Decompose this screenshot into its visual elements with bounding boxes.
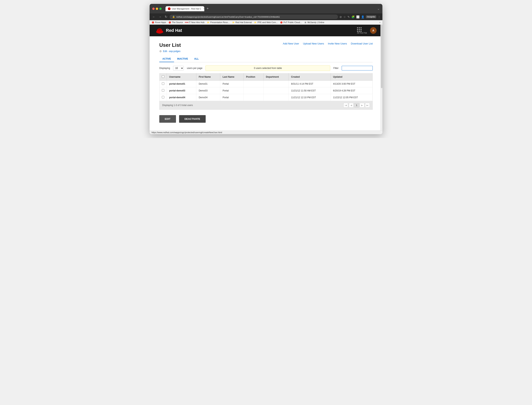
bookmark-red-hat-external-label: Red Hat External xyxy=(236,21,252,23)
department-cell xyxy=(264,87,289,94)
close-button[interactable] xyxy=(152,7,155,10)
per-page-label: users per page xyxy=(187,67,202,69)
row-checkbox[interactable] xyxy=(162,82,164,85)
bookmark-rover-apps-label: Rover Apps xyxy=(155,21,166,23)
created-header: Created xyxy=(289,73,331,81)
bookmark-pnt-public-label: PnT Public Cloud... xyxy=(283,21,302,23)
bookmark-icon[interactable]: ☆ xyxy=(343,15,346,19)
invite-new-users-link[interactable]: Invite New Users xyxy=(328,42,347,45)
active-browser-tab[interactable]: User Management - Red Hat C ✕ xyxy=(166,6,204,11)
edit-asp-judges-link[interactable]: Edit - asp-judges xyxy=(163,50,180,53)
username-cell[interactable]: portal-demo04 xyxy=(167,94,196,101)
status-url: https://www.redhat.com/wapps/ugc/protect… xyxy=(152,131,222,134)
bookmark-mcsandy[interactable]: ⊞ McSandy | Online xyxy=(304,21,324,24)
url-box[interactable]: 🔒 redhat.com/wapps/ugc/protected/usermgt… xyxy=(170,14,338,19)
created-cell: 11/21/12 12:10 PM EST xyxy=(289,94,331,101)
select-all-checkbox[interactable] xyxy=(162,75,164,78)
download-user-list-link[interactable]: Download User List xyxy=(351,42,373,45)
next-page-button[interactable]: ▶ xyxy=(360,103,364,108)
prev-page-button[interactable]: ◀ xyxy=(349,103,353,108)
last-page-button[interactable]: ▶| xyxy=(365,103,370,108)
main-content: User List Add New User Upload New Users … xyxy=(150,36,382,130)
browser-actions: ⊘ ☆ ✎ 🧩 ⬜ 👤 Incognito ⋮ xyxy=(339,15,380,19)
bookmark-pfe-web[interactable]: 📁 PFE and Web Com... xyxy=(254,21,278,24)
minimize-button[interactable] xyxy=(156,7,158,10)
selected-banner: 0 users selected from table xyxy=(206,65,330,71)
user-profile-btn[interactable]: 👤 xyxy=(361,15,364,19)
new-tab-button[interactable]: + xyxy=(205,6,210,12)
updated-cell: 6/20/19 4:28 PM EST xyxy=(331,87,372,94)
username-cell[interactable]: portal-demo01 xyxy=(167,81,196,87)
rh-logo-text: Red Hat xyxy=(166,28,182,33)
avatar-initials: A xyxy=(372,29,374,32)
bookmark-presentation-label: Presentation Reso... xyxy=(210,21,230,23)
filter-input[interactable] xyxy=(342,66,373,70)
window-minimize-icon[interactable]: ⌄ xyxy=(377,7,380,10)
folder-icon: 📁 xyxy=(254,21,257,24)
page-actions: Add New User Upload New Users Invite New… xyxy=(283,42,373,45)
bookmark-rover-apps[interactable]: 🔴 Rover Apps xyxy=(152,21,166,24)
first-name-cell: Demo03 xyxy=(196,87,220,94)
row-checkbox[interactable] xyxy=(162,89,164,92)
last-name-cell: Portal xyxy=(220,87,244,94)
user-avatar[interactable]: A xyxy=(370,27,377,34)
more-bookmarks-button[interactable]: » xyxy=(379,21,380,23)
row-checkbox[interactable] xyxy=(162,96,164,98)
maximize-button[interactable] xyxy=(159,7,162,10)
updated-cell: 11/22/12 12:05 PM EST xyxy=(331,94,372,101)
bookmark-red-hat-external[interactable]: 📁 Red Hat External xyxy=(232,21,252,24)
bookmark-the-source[interactable]: 🔴 The Source xyxy=(168,21,183,24)
page-title: User List xyxy=(159,42,181,48)
rh-header: Red Hat xyxy=(150,25,382,36)
table-row: portal-demo01 Demo01 Portal 8/31/11 4:14… xyxy=(160,81,373,87)
grid-icon: ⊞ xyxy=(304,21,307,24)
back-button[interactable]: ← xyxy=(152,15,156,19)
page-1-button[interactable]: 1 xyxy=(354,103,359,108)
tab-navigation: ACTIVE INACTIVE ALL xyxy=(159,56,373,62)
total-users-text: Displaying 1-3 of 3 total users xyxy=(162,104,193,107)
created-cell: 11/21/12 11:50 AM EST xyxy=(289,87,331,94)
bookmark-it-new-hire[interactable]: now IT New Hire Hub xyxy=(185,21,205,24)
department-cell xyxy=(264,94,289,101)
position-cell xyxy=(244,94,264,101)
table-row: portal-demo03 Demo03 Portal 11/21/12 11:… xyxy=(160,87,373,94)
rh-logo: Red Hat xyxy=(155,27,182,34)
cast-icon[interactable]: ⊘ xyxy=(339,15,342,19)
all-red-hat-button[interactable]: All Red Hat xyxy=(357,27,367,34)
per-page-select[interactable]: 10 25 50 100 xyxy=(173,66,184,70)
edit-button[interactable]: EDIT xyxy=(159,115,176,123)
folder-icon: 📁 xyxy=(207,21,210,24)
address-bar: ← → ↻ 🔒 redhat.com/wapps/ugc/protected/u… xyxy=(150,14,382,20)
tab-all[interactable]: ALL xyxy=(191,56,202,62)
deactivate-button[interactable]: DEACTIVATE xyxy=(179,115,206,123)
tab-title: User Management - Red Hat C xyxy=(172,7,201,10)
folder-icon: 📁 xyxy=(232,21,235,24)
now-icon: now xyxy=(185,21,188,24)
tab-close-button[interactable]: ✕ xyxy=(203,7,204,10)
redhat-logo-icon xyxy=(155,27,164,34)
forward-button[interactable]: → xyxy=(158,15,162,19)
position-cell xyxy=(244,81,264,87)
username-cell[interactable]: portal-demo03 xyxy=(167,87,196,94)
add-new-user-link[interactable]: Add New User xyxy=(283,42,299,45)
first-page-button[interactable]: |◀ xyxy=(343,103,348,108)
position-header: Position xyxy=(244,73,264,81)
bookmark-presentation[interactable]: 📁 Presentation Reso... xyxy=(207,21,230,24)
user-table: Username First Name Last Name Position D… xyxy=(159,73,373,101)
profile-icon[interactable]: ⬜ xyxy=(356,15,359,19)
first-name-header: First Name xyxy=(196,73,220,81)
tab-active[interactable]: ACTIVE xyxy=(159,56,174,62)
edit-icon[interactable]: ✎ xyxy=(347,15,350,19)
traffic-lights xyxy=(152,7,162,10)
upload-new-users-link[interactable]: Upload New Users xyxy=(303,42,324,45)
incognito-badge: Incognito xyxy=(366,15,376,18)
reload-button[interactable]: ↻ xyxy=(164,14,168,19)
first-name-cell: Demo04 xyxy=(196,94,220,101)
bookmark-pnt-public[interactable]: 🔴 PnT Public Cloud... xyxy=(280,21,302,24)
bookmark-pfe-web-label: PFE and Web Com... xyxy=(258,21,278,23)
tab-inactive[interactable]: INACTIVE xyxy=(174,56,191,62)
scrollbar[interactable] xyxy=(380,25,382,130)
last-name-header: Last Name xyxy=(220,73,244,81)
extensions-icon[interactable]: 🧩 xyxy=(351,15,355,19)
menu-button[interactable]: ⋮ xyxy=(378,15,380,19)
